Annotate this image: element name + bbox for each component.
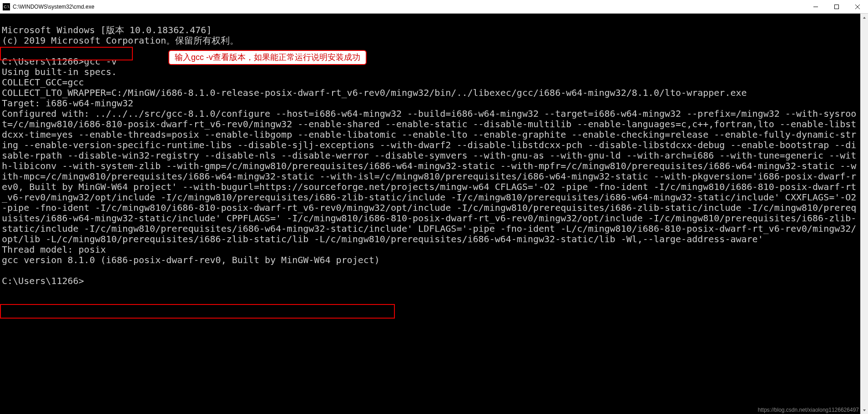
svg-rect-1 xyxy=(835,5,839,9)
terminal-prompt-command: C:\Users\11266>gcc -v xyxy=(2,56,117,67)
terminal-line: COLLECT_GCC=gcc xyxy=(2,77,84,88)
terminal-line: Using built-in specs. xyxy=(2,66,117,77)
terminal-prompt: C:\Users\11266> xyxy=(2,275,84,286)
terminal-line: (c) 2019 Microsoft Corporation。保留所有权利。 xyxy=(2,35,239,46)
window-controls xyxy=(805,0,868,13)
maximize-button[interactable] xyxy=(826,0,847,13)
vertical-scrollbar[interactable] xyxy=(860,14,868,414)
terminal-line: Thread model: posix xyxy=(2,244,106,255)
window-title: C:\WINDOWS\system32\cmd.exe xyxy=(13,4,94,10)
watermark-text: https://blog.csdn.net/xiaolong1126626497 xyxy=(758,407,859,413)
cmd-icon: C:\ xyxy=(3,3,10,10)
highlight-version-box xyxy=(0,304,395,319)
terminal-line: Target: i686-w64-mingw32 xyxy=(2,98,133,109)
terminal-line: Microsoft Windows [版本 10.0.18362.476] xyxy=(2,25,212,35)
close-button[interactable] xyxy=(847,0,868,13)
scrollbar-down-arrow[interactable] xyxy=(860,406,868,414)
svg-marker-4 xyxy=(863,17,866,19)
terminal-version-line: gcc version 8.1.0 (i686-posix-dwarf-rev0… xyxy=(2,254,380,265)
terminal-output[interactable]: Microsoft Windows [版本 10.0.18362.476] (c… xyxy=(0,14,860,414)
window-titlebar: C:\ C:\WINDOWS\system32\cmd.exe xyxy=(0,0,868,14)
terminal-line: Configured with: ../../../src/gcc-8.1.0/… xyxy=(2,108,862,244)
minimize-button[interactable] xyxy=(805,0,826,13)
annotation-callout: 输入gcc -v查看版本，如果能正常运行说明安装成功 xyxy=(168,50,367,65)
scrollbar-up-arrow[interactable] xyxy=(860,14,868,21)
titlebar-left: C:\ C:\WINDOWS\system32\cmd.exe xyxy=(0,3,94,10)
terminal-line: COLLECT_LTO_WRAPPER=C:/MinGW/i686-8.1.0-… xyxy=(2,87,747,98)
svg-marker-5 xyxy=(863,409,866,411)
